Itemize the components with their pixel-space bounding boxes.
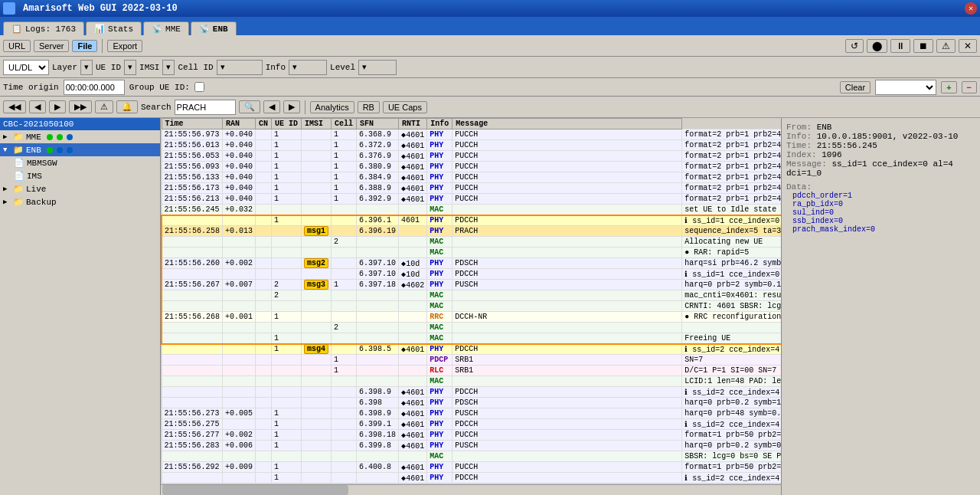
table-row[interactable]: 2 MAC	[162, 323, 781, 333]
table-row[interactable]: 2 MAC Allocating new UE	[162, 237, 781, 248]
close-button[interactable]: ✕	[965, 2, 977, 15]
table-row[interactable]: 21:55:56.292 +0.009 1 6.400.8 ◆4601 PHY …	[162, 462, 781, 473]
nav-prev-button[interactable]: ◀	[29, 100, 46, 113]
table-row[interactable]: 21:55:56.275 1 6.399.1 ◆4601 PHY PDCCH ℹ…	[162, 419, 781, 430]
table-row[interactable]: 21:55:56.093 +0.040 1 1 6.380.9 ◆4601 PH…	[162, 162, 781, 172]
close-log-button[interactable]: ✕	[959, 39, 977, 53]
table-row[interactable]: 1 ◆4601 PHY PDCCH ℹ ss_id=2 cce_index=4 …	[162, 473, 781, 484]
sidebar-item-live[interactable]: ▶ 📁 Live	[0, 182, 160, 195]
table-row[interactable]: MAC ● RAR: rapid=5	[162, 248, 781, 258]
ueid-dropdown[interactable]: ▾	[124, 60, 136, 75]
group-ue-checkbox[interactable]	[194, 82, 204, 92]
table-row[interactable]: 1 msg4 6.398.5 ◆4601 PHY PDCCH ℹ ss_id=2…	[162, 344, 781, 355]
table-row[interactable]: MAC LCID:1 len=48 PAD: len=18	[162, 376, 781, 387]
table-row[interactable]: 21:55:56.258 +0.013 msg1 6.396.19 PHY PR…	[162, 226, 781, 237]
url-button[interactable]: URL	[3, 40, 31, 52]
cell-ue: 1	[272, 215, 302, 226]
col-message[interactable]: Message	[452, 119, 682, 129]
table-row[interactable]: 21:55:56.273 +0.005 1 6.398.9 ◆4601 PHY …	[162, 408, 781, 419]
col-cn[interactable]: CN	[256, 119, 272, 129]
table-row[interactable]: 21:55:56.173 +0.040 1 1 6.388.9 ◆4601 PH…	[162, 183, 781, 194]
table-row[interactable]: 21:55:56.213 +0.040 1 1 6.392.9 ◆4601 PH…	[162, 194, 781, 205]
table-row[interactable]: 21:55:56.013 +0.040 1 1 6.372.9 ◆4601 PH…	[162, 140, 781, 151]
sidebar-item-ims[interactable]: 📄 IMS	[11, 169, 160, 182]
nav-button-4[interactable]: ⏹	[913, 39, 933, 53]
col-cell[interactable]: Cell	[332, 119, 357, 129]
enb-icon: 📡	[199, 24, 210, 34]
ue-caps-button[interactable]: UE Caps	[383, 101, 427, 113]
mode-select[interactable]: UL/DL	[3, 60, 49, 75]
table-row[interactable]: 21:55:56.053 +0.040 1 1 6.376.9 ◆4601 PH…	[162, 151, 781, 162]
sidebar-item-backup[interactable]: ▶ 📁 Backup	[0, 195, 160, 208]
table-row[interactable]: 21:55:56.973 +0.040 1 1 6.368.9 ◆4601 PH…	[162, 129, 781, 140]
col-ran[interactable]: RAN	[223, 119, 256, 129]
mme-icon: 📡	[152, 24, 162, 34]
table-row[interactable]: 1 RLC SRB1 D/C=1 P=1 SI=00 SN=7	[162, 366, 781, 376]
remove-filter-button[interactable]: −	[962, 81, 977, 93]
nav-first-button[interactable]: ◀◀	[3, 100, 26, 113]
table-row[interactable]: 1 6.396.1 4601 PHY PDCCH ℹ ss_id=1 cce_i…	[162, 215, 781, 226]
add-filter-button[interactable]: +	[941, 81, 956, 93]
col-info[interactable]: Info	[427, 119, 452, 129]
table-row[interactable]: 6.398.9 ◆4601 PHY PDCCH ℹ ss_id=2 cce_in…	[162, 387, 781, 398]
col-ue[interactable]: UE ID	[272, 119, 302, 129]
tab-mme[interactable]: 📡 MME	[143, 21, 189, 35]
table-row[interactable]: 21:55:56.260 +0.002 msg2 6.397.10 ◆10d P…	[162, 258, 781, 269]
table-row[interactable]: 6.398 ◆4601 PHY PDSCH harq=0 prb=0.2 sym…	[162, 398, 781, 408]
table-row[interactable]: 21:55:56.277 +0.002 1 6.398.18 ◆4601 PHY…	[162, 430, 781, 441]
nav-bell-button[interactable]: 🔔	[116, 100, 138, 113]
nav-button-2[interactable]: ⬤	[867, 39, 887, 53]
nav-button-3[interactable]: ⏸	[890, 39, 910, 53]
search-input[interactable]	[175, 100, 236, 115]
table-row[interactable]: 21:55:56.267 +0.007 2 msg3 1 6.397.18 ◆4…	[162, 280, 781, 290]
table-row[interactable]: 1 MAC Freeing UE	[162, 333, 781, 344]
col-sfn[interactable]: SFN	[357, 119, 399, 129]
col-time[interactable]: Time	[162, 119, 223, 129]
tab-logs[interactable]: 📋 Logs: 1763	[3, 21, 84, 35]
search-icon-btn[interactable]: 🔍	[239, 100, 260, 113]
cell-info: PDCCH	[452, 419, 682, 430]
table-row[interactable]: MAC CRNTI: 4601 SBSR: lcg=0 bs=0 PAD: le…	[162, 301, 781, 312]
bottom-scrollbar[interactable]	[161, 484, 781, 495]
table-row[interactable]: 21:55:56.245 +0.032 MAC set UE to Idle s…	[162, 205, 781, 215]
sidebar-item-mbmsgw[interactable]: 📄 MBMSGW	[11, 156, 160, 169]
info-dropdown[interactable]: ▾	[289, 60, 327, 75]
table-row[interactable]: 21:55:56.283 +0.006 1 6.399.8 ◆4601 PHY …	[162, 441, 781, 451]
nav-button-5[interactable]: ⚠	[936, 39, 956, 53]
table-row[interactable]: 6.397.10 ◆10d PHY PDCCH ℹ ss_id=1 cce_in…	[162, 269, 781, 280]
nav-next-button[interactable]: ▶	[49, 100, 66, 113]
cell-cn	[256, 333, 272, 344]
cell-ran	[223, 301, 256, 312]
table-row[interactable]: 1 PDCP SRB1 SN=7	[162, 355, 781, 366]
cell-imsi	[302, 205, 332, 215]
nav-last-button[interactable]: ▶▶	[69, 100, 92, 113]
search-nav-right[interactable]: ▶	[283, 100, 300, 113]
cellid-dropdown[interactable]: ▾	[217, 60, 263, 75]
analytics-button[interactable]: Analytics	[310, 101, 354, 113]
table-row[interactable]: 21:55:56.268 +0.001 1 RRC DCCH-NR ● RRC …	[162, 312, 781, 323]
tab-enb[interactable]: 📡 ENB	[191, 21, 237, 35]
nav-warn-button[interactable]: ⚠	[95, 100, 113, 113]
export-button[interactable]: Export	[107, 40, 142, 52]
col-rnti[interactable]: RNTI	[399, 119, 427, 129]
level-dropdown[interactable]: ▾	[358, 60, 397, 75]
layer-dropdown[interactable]: ▾	[80, 60, 93, 75]
tab-stats[interactable]: 📊 Stats	[86, 21, 142, 35]
file-button[interactable]: File	[72, 40, 97, 52]
clear-button[interactable]: Clear	[840, 81, 871, 93]
table-row[interactable]: 21:55:56.133 +0.040 1 1 6.384.9 ◆4601 PH…	[162, 172, 781, 183]
log-table-container[interactable]: Time RAN CN UE ID IMSI Cell SFN RNTI Inf…	[161, 118, 781, 484]
search-nav-left[interactable]: ◀	[263, 100, 280, 113]
col-imsi[interactable]: IMSI	[302, 119, 332, 129]
cellid-label: Cell ID	[178, 63, 213, 72]
nav-button-1[interactable]: ↺	[845, 39, 864, 53]
time-origin-input[interactable]	[64, 80, 125, 95]
sidebar-item-mme[interactable]: ▶ 📁 MME	[0, 130, 160, 143]
filter-select-2[interactable]	[875, 80, 936, 95]
table-row[interactable]: 2 MAC mac_cnti=0x4601: resuming connecti…	[162, 290, 781, 301]
imsi-dropdown[interactable]: ▾	[162, 60, 175, 75]
table-row[interactable]: MAC SBSR: lcg=0 bs=0 SE PHR: ph=55 pc=53…	[162, 451, 781, 462]
sidebar-item-enb[interactable]: ▼ 📁 ENB	[0, 143, 160, 156]
rb-button[interactable]: RB	[358, 101, 380, 113]
server-button[interactable]: Server	[34, 40, 69, 52]
